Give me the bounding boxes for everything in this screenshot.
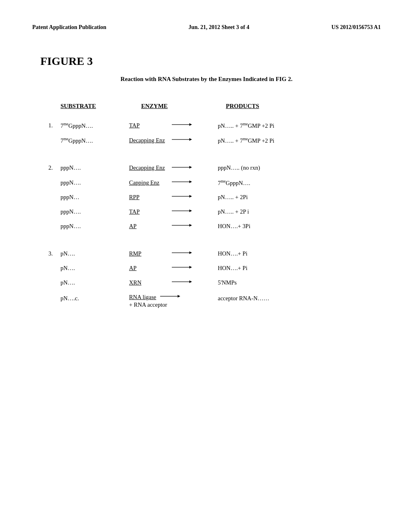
arrow-icon [160,293,180,301]
col-header-substrate: SUBSTRATE [60,103,141,110]
substrate-cell: pppN… [60,194,129,201]
svg-marker-1 [189,123,192,126]
enzyme-second-line: + RNA acceptor [129,301,167,308]
products-cell: HON….+ Pi [218,250,247,257]
table-row: pppN…. AP HON….+ 3Pi [48,222,381,230]
table-row: pppN… RPP pN….. + 2Pi [48,193,381,201]
arrow-icon [172,164,192,172]
substrate-cell: 7meGpppN…. [60,137,129,144]
products-cell: HON….+ Pi [218,265,247,272]
svg-marker-7 [189,181,192,183]
enzyme-cell: TAP [129,122,214,129]
svg-marker-3 [189,138,192,141]
enzyme-label: RNA ligase [129,294,156,301]
enzyme-cell: Decapping Enz [129,137,214,144]
enzyme-label: RPP [129,194,169,201]
reaction-group-1: 1. 7meGpppN…. TAP pN….. + 7meGMP +2 Pi [48,122,381,144]
page-header: Patent Application Publication Jun. 21, … [32,24,381,31]
enzyme-label: Capping Enz [129,179,169,186]
products-cell: pppN….. (no rxn) [218,164,260,171]
enzyme-cell: Decapping Enz [129,164,214,172]
arrow-icon [172,222,192,230]
products-cell: 5'NMPs [218,279,237,286]
arrow-icon [172,208,192,215]
arrow-icon [172,264,192,272]
enzyme-label: XRN [129,279,169,286]
enzyme-label: Decapping Enz [129,164,169,171]
table-row: pN….c. RNA ligase + RNA acceptor accepto [48,293,381,308]
arrow-icon [172,279,192,286]
enzyme-label: TAP [129,208,169,215]
svg-marker-11 [189,210,192,212]
svg-marker-15 [189,251,192,254]
svg-marker-17 [189,266,192,269]
table-row: 1. 7meGpppN…. TAP pN….. + 7meGMP +2 Pi [48,122,381,129]
enzyme-cell: AP [129,222,214,230]
column-headers: SUBSTRATE ENZYME PRODUCTS [48,103,381,110]
enzyme-label: TAP [129,122,169,129]
header-date-sheet: Jun. 21, 2012 Sheet 3 of 4 [188,24,249,31]
substrate-cell: pN…. [60,279,129,286]
table-row: 3. pN…. RMP HON….+ Pi [48,250,381,257]
arrow-icon [172,122,192,129]
enzyme-cell: XRN [129,279,214,286]
substrate-cell: 7meGpppN…. [60,122,129,129]
row-number: 3. [48,250,60,257]
col-header-products: PRODUCTS [226,103,347,110]
arrow-icon [172,250,192,257]
svg-marker-19 [189,281,192,283]
enzyme-label: Decapping Enz [129,137,169,144]
enzyme-label: AP [129,223,169,230]
products-cell: acceptor RNA-N…… [218,293,269,302]
products-cell: pN….. + 7meGMP +2 Pi [218,137,274,144]
figure-subtitle: Reaction with RNA Substrates by the Enzy… [32,76,381,83]
substrate-cell: pppN…. [60,223,129,230]
reaction-table: SUBSTRATE ENZYME PRODUCTS 1. 7meGpppN…. … [48,103,381,308]
table-row: pN…. XRN 5'NMPs [48,279,381,286]
enzyme-cell: RMP [129,250,214,257]
substrate-cell: pppN…. [60,179,129,186]
products-cell: pN….. + 2P i [218,208,249,215]
products-cell: 7meGpppN…. [218,179,250,187]
row-number: 1. [48,122,60,129]
svg-marker-5 [189,166,192,168]
row-number: 2. [48,164,60,171]
svg-marker-13 [189,224,192,227]
svg-marker-21 [178,295,181,298]
enzyme-cell: TAP [129,208,214,215]
enzyme-cell: RPP [129,193,214,201]
table-row: pppN…. TAP pN….. + 2P i [48,208,381,215]
substrate-cell: pN….c. [60,293,129,302]
svg-marker-9 [189,195,192,198]
enzyme-label: RMP [129,250,169,257]
substrate-cell: pN…. [60,250,129,257]
products-cell: HON….+ 3Pi [218,223,250,230]
header-patent-number: US 2012/0156753 A1 [332,24,381,31]
products-cell: pN….. + 2Pi [218,194,248,201]
table-row: 2. pppN…. Decapping Enz pppN….. (no rxn) [48,164,381,172]
reaction-group-2: 2. pppN…. Decapping Enz pppN….. (no rxn) [48,164,381,230]
reaction-group-3: 3. pN…. RMP HON….+ Pi pN…. [48,250,381,308]
page: Patent Application Publication Jun. 21, … [0,0,413,532]
header-publication-label: Patent Application Publication [32,24,106,31]
table-row: pppN…. Capping Enz 7meGpppN…. [48,179,381,187]
substrate-cell: pppN…. [60,208,129,215]
arrow-icon [172,137,192,144]
substrate-cell: pppN…. [60,164,129,171]
products-cell: pN….. + 7meGMP +2 Pi [218,122,274,129]
arrow-icon [172,193,192,201]
arrow-icon [172,179,192,186]
substrate-cell: pN…. [60,265,129,272]
figure-title: FIGURE 3 [40,55,381,68]
table-row: pN…. AP HON….+ Pi [48,264,381,272]
enzyme-cell: AP [129,264,214,272]
col-header-enzyme: ENZYME [141,103,226,110]
enzyme-label: AP [129,265,169,272]
enzyme-cell: Capping Enz [129,179,214,186]
table-row: 7meGpppN…. Decapping Enz pN….. + 7meGMP … [48,137,381,144]
row-number [48,293,60,295]
enzyme-cell: RNA ligase + RNA acceptor [129,293,214,308]
